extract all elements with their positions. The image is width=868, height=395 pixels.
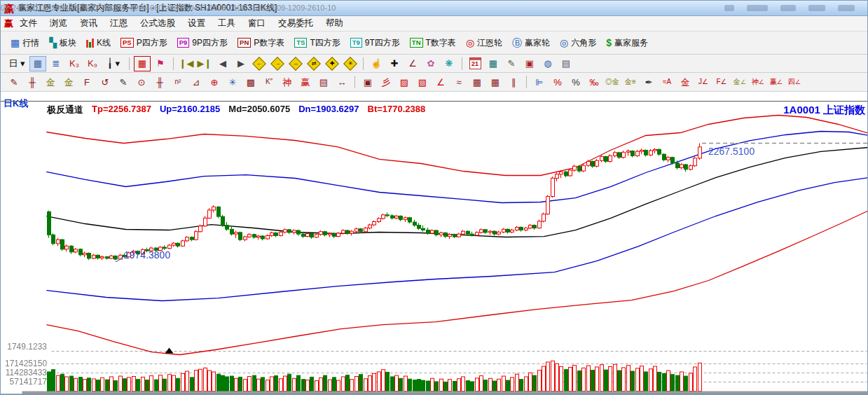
app-window: 赢 赢家江恩专业版[赢家内部服务平台] - [上证指数 SH1A0001-163… [0, 0, 868, 395]
kline-chart-canvas[interactable] [1, 1, 868, 395]
